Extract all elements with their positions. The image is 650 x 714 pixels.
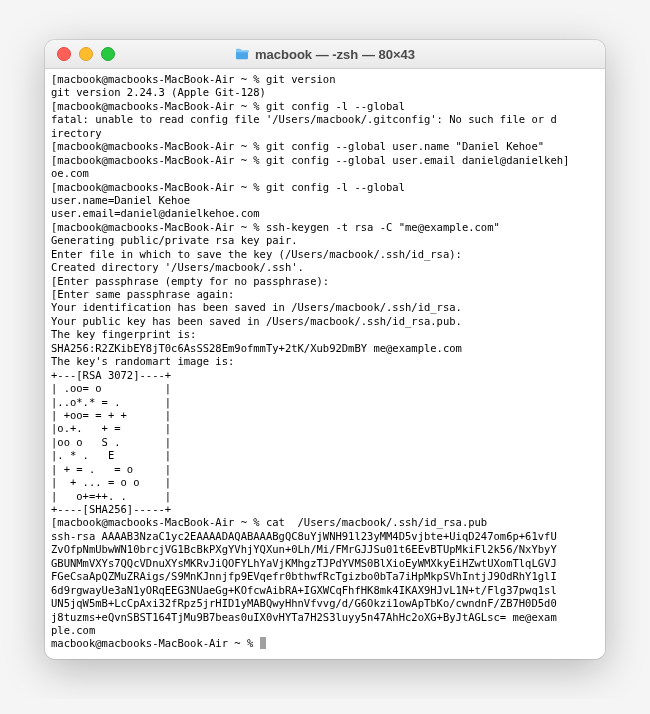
terminal-line: ZvOfpNmUbwWN10brcjVG1BcBkPXgYVhjYQXun+0L… [51,543,599,556]
terminal-line: fatal: unable to read config file '/User… [51,113,599,126]
terminal-window: macbook — -zsh — 80×43 [macbook@macbooks… [45,40,605,659]
terminal-line: j8tuzms+eQvnSBST164TjMu9B7beas0uIX0vHYTa… [51,611,599,624]
terminal-line: |. * . E | [51,449,599,462]
terminal-line: | + ... = o o | [51,476,599,489]
terminal-line: Your identification has been saved in /U… [51,301,599,314]
terminal-line: [macbook@macbooks-MacBook-Air ~ % cat /U… [51,516,599,529]
terminal-line: user.email=daniel@danielkehoe.com [51,207,599,220]
terminal-line: 6d9rgwayUe3aN1yORqEEG3NUaeGg+KOfcwAibRA+… [51,584,599,597]
terminal-line: | +oo= = + + | [51,409,599,422]
terminal-line: [Enter same passphrase again: [51,288,599,301]
terminal-line: +----[SHA256]-----+ [51,503,599,516]
terminal-line: Generating public/private rsa key pair. [51,234,599,247]
window-title-text: macbook — -zsh — 80×43 [255,47,415,62]
terminal-line: UN5jqW5mB+LcCpAxi32fRpz5jrHID1yMABQwyHhn… [51,597,599,610]
terminal-line: ssh-rsa AAAAB3NzaC1yc2EAAAADAQABAAABgQC8… [51,530,599,543]
terminal-line: FGeCsaApQZMuZRAigs/S9MnKJnnjfp9EVqefr0bt… [51,570,599,583]
terminal-line: [macbook@macbooks-MacBook-Air ~ % git co… [51,181,599,194]
cursor [260,637,266,649]
terminal-line: GBUNMmVXYs7QQcVDnuXYsMKRvJiQOFYLhYaVjKMh… [51,557,599,570]
terminal-line: The key's randomart image is: [51,355,599,368]
prompt-text: macbook@macbooks-MacBook-Air ~ % [51,637,260,649]
terminal-line: Created directory '/Users/macbook/.ssh'. [51,261,599,274]
terminal-line: git version 2.24.3 (Apple Git-128) [51,86,599,99]
traffic-lights [45,47,115,61]
terminal-line: [macbook@macbooks-MacBook-Air ~ % git co… [51,100,599,113]
terminal-line: [Enter passphrase (empty for no passphra… [51,275,599,288]
terminal-line: oe.com [51,167,599,180]
terminal-line: |o.+. + = | [51,422,599,435]
terminal-body[interactable]: [macbook@macbooks-MacBook-Air ~ % git ve… [45,69,605,659]
terminal-line: The key fingerprint is: [51,328,599,341]
terminal-line: | .oo= o | [51,382,599,395]
terminal-line: |..o*.* = . | [51,396,599,409]
folder-icon [235,48,249,60]
terminal-line: [macbook@macbooks-MacBook-Air ~ % git co… [51,140,599,153]
terminal-line: Your public key has been saved in /Users… [51,315,599,328]
terminal-line: user.name=Daniel Kehoe [51,194,599,207]
terminal-line: | o+=++. . | [51,490,599,503]
terminal-line: | + = . = o | [51,463,599,476]
terminal-line: SHA256:R2ZKibEY8jT0c6AsSS28Em9ofmmTy+2tK… [51,342,599,355]
minimize-button[interactable] [79,47,93,61]
terminal-line: ple.com [51,624,599,637]
terminal-line: [macbook@macbooks-MacBook-Air ~ % git ve… [51,73,599,86]
titlebar[interactable]: macbook — -zsh — 80×43 [45,40,605,69]
maximize-button[interactable] [101,47,115,61]
prompt-line[interactable]: macbook@macbooks-MacBook-Air ~ % [51,637,599,650]
terminal-line: Enter file in which to save the key (/Us… [51,248,599,261]
terminal-line: |oo o S . | [51,436,599,449]
terminal-line: +---[RSA 3072]----+ [51,369,599,382]
close-button[interactable] [57,47,71,61]
window-title: macbook — -zsh — 80×43 [45,47,605,62]
terminal-line: irectory [51,127,599,140]
terminal-line: [macbook@macbooks-MacBook-Air ~ % ssh-ke… [51,221,599,234]
terminal-line: [macbook@macbooks-MacBook-Air ~ % git co… [51,154,599,167]
